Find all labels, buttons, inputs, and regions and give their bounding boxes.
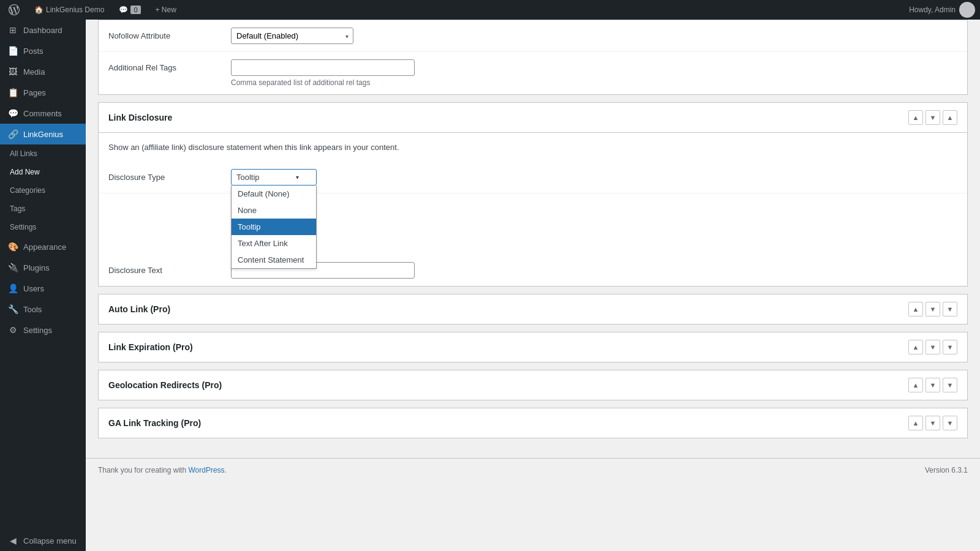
disclosure-option-none[interactable]: None bbox=[232, 202, 316, 219]
link-expiration-header: Link Expiration (Pro) ▲ ▼ ▼ bbox=[99, 332, 967, 362]
sidebar-item-label-plugins: Plugins bbox=[23, 263, 50, 272]
sidebar-item-settings[interactable]: Settings bbox=[0, 218, 86, 236]
disclosure-type-trigger[interactable]: Tooltip ▾ bbox=[231, 169, 317, 186]
sidebar-item-label-categories: Categories bbox=[10, 186, 45, 195]
nofollow-select[interactable]: Default (Enabled) Enabled Disabled bbox=[231, 28, 353, 44]
link-disclosure-title: Link Disclosure bbox=[108, 113, 172, 122]
additional-rel-row: Additional Rel Tags Comma separated list… bbox=[99, 52, 967, 94]
link-disclosure-desc: Show an (affiliate link) disclosure stat… bbox=[99, 133, 967, 152]
disclosure-text-field bbox=[231, 262, 957, 279]
sidebar-item-label-alllinks: All Links bbox=[10, 149, 37, 158]
disclosure-type-row: Disclosure Type Tooltip ▾ Default (None) bbox=[99, 162, 967, 193]
link-disclosure-down-btn[interactable]: ▼ bbox=[925, 110, 940, 125]
comments-icon: 💬 bbox=[7, 108, 18, 119]
nofollow-panel: Nofollow Attribute Default (Enabled) Ena… bbox=[98, 20, 968, 95]
auto-link-header: Auto Link (Pro) ▲ ▼ ▼ bbox=[99, 294, 967, 324]
sidebar-item-label-posts: Posts bbox=[23, 47, 43, 56]
link-disclosure-body: Show an (affiliate link) disclosure stat… bbox=[99, 133, 967, 286]
comment-icon: 💬 bbox=[119, 6, 128, 14]
site-name-icon: 🏠 bbox=[34, 6, 43, 14]
disclosure-type-field: Tooltip ▾ Default (None) None Tooltip Te… bbox=[231, 169, 957, 186]
ga-tracking-header: GA Link Tracking (Pro) ▲ ▼ ▼ bbox=[99, 408, 967, 438]
auto-link-up-btn[interactable]: ▲ bbox=[908, 302, 923, 317]
wp-logo-icon bbox=[9, 4, 20, 15]
admin-bar-new[interactable]: + New bbox=[152, 0, 180, 20]
settings2-icon: ⚙ bbox=[7, 324, 18, 335]
ga-tracking-controls: ▲ ▼ ▼ bbox=[908, 416, 957, 430]
pages-icon: 📋 bbox=[7, 87, 18, 98]
sidebar-item-label-addnew: Add New bbox=[10, 168, 40, 176]
link-disclosure-header: Link Disclosure ▲ ▼ ▲ bbox=[99, 103, 967, 133]
sidebar-item-users[interactable]: 👤 Users bbox=[0, 278, 86, 299]
plugins-icon: 🔌 bbox=[7, 262, 18, 273]
sidebar-item-settings2[interactable]: ⚙ Settings bbox=[0, 320, 86, 340]
sidebar-item-media[interactable]: 🖼 Media bbox=[0, 61, 86, 82]
users-icon: 👤 bbox=[7, 283, 18, 294]
sidebar-item-categories[interactable]: Categories bbox=[0, 181, 86, 200]
nofollow-select-wrapper: Default (Enabled) Enabled Disabled ▾ bbox=[231, 28, 353, 44]
disclosure-option-text-after[interactable]: Text After Link bbox=[232, 235, 316, 252]
layout: ⊞ Dashboard 📄 Posts 🖼 Media 📋 Pages 💬 Co… bbox=[0, 20, 980, 551]
disclosure-type-label: Disclosure Type bbox=[108, 169, 231, 182]
admin-bar-wp-logo[interactable] bbox=[5, 0, 23, 20]
sidebar-item-plugins[interactable]: 🔌 Plugins bbox=[0, 257, 86, 278]
sidebar-item-tags[interactable]: Tags bbox=[0, 200, 86, 218]
ga-tracking-down-btn[interactable]: ▼ bbox=[925, 416, 940, 430]
content-area: Nofollow Attribute Default (Enabled) Ena… bbox=[86, 20, 980, 458]
sidebar-item-linkgenius[interactable]: 🔗 LinkGenius bbox=[0, 124, 86, 144]
auto-link-title: Auto Link (Pro) bbox=[108, 304, 170, 314]
disclosure-option-default[interactable]: Default (None) bbox=[232, 186, 316, 202]
admin-bar-comments[interactable]: 💬 0 bbox=[115, 0, 144, 20]
sidebar-item-appearance[interactable]: 🎨 Appearance bbox=[0, 236, 86, 257]
sidebar-item-pages[interactable]: 📋 Pages bbox=[0, 82, 86, 103]
admin-bar: 🏠 LinkGenius Demo 💬 0 + New Howdy, Admin bbox=[0, 0, 980, 20]
wp-footer: Thank you for creating with WordPress. V… bbox=[86, 458, 980, 482]
auto-link-toggle-btn[interactable]: ▼ bbox=[943, 302, 957, 317]
additional-rel-input[interactable] bbox=[231, 59, 415, 76]
disclosure-option-content-statement[interactable]: Content Statement bbox=[232, 252, 316, 268]
link-expiration-panel: Link Expiration (Pro) ▲ ▼ ▼ bbox=[98, 332, 968, 362]
ga-tracking-up-btn[interactable]: ▲ bbox=[908, 416, 923, 430]
tools-icon: 🔧 bbox=[7, 304, 18, 315]
geolocation-up-btn[interactable]: ▲ bbox=[908, 378, 923, 392]
disclosure-option-tooltip[interactable]: Tooltip bbox=[232, 219, 316, 235]
sidebar-item-label-media: Media bbox=[23, 67, 45, 77]
geolocation-toggle-btn[interactable]: ▼ bbox=[943, 378, 957, 392]
sidebar-item-addnew[interactable]: Add New bbox=[0, 163, 86, 181]
geolocation-down-btn[interactable]: ▼ bbox=[925, 378, 940, 392]
sidebar-item-label-settings: Settings bbox=[10, 223, 36, 231]
link-expiration-toggle-btn[interactable]: ▼ bbox=[943, 340, 957, 354]
sidebar-item-label-comments: Comments bbox=[23, 109, 62, 118]
sidebar-item-collapse[interactable]: ◀ Collapse menu bbox=[0, 530, 86, 551]
sidebar-item-comments[interactable]: 💬 Comments bbox=[0, 103, 86, 124]
admin-bar-site-name[interactable]: 🏠 LinkGenius Demo bbox=[31, 0, 108, 20]
sidebar-item-dashboard[interactable]: ⊞ Dashboard bbox=[0, 20, 86, 40]
collapse-label: Collapse menu bbox=[23, 536, 77, 545]
disclosure-text-label: Disclosure Text bbox=[108, 262, 231, 275]
auto-link-controls: ▲ ▼ ▼ bbox=[908, 302, 957, 317]
admin-bar-left: 🏠 LinkGenius Demo 💬 0 + New bbox=[5, 0, 907, 20]
admin-bar-right: Howdy, Admin bbox=[909, 2, 975, 18]
sidebar-item-tools[interactable]: 🔧 Tools bbox=[0, 299, 86, 320]
admin-avatar[interactable] bbox=[959, 2, 975, 18]
link-expiration-down-btn[interactable]: ▼ bbox=[925, 340, 940, 354]
appearance-icon: 🎨 bbox=[7, 241, 18, 252]
link-expiration-up-btn[interactable]: ▲ bbox=[908, 340, 923, 354]
footer-version: Version 6.3.1 bbox=[925, 466, 968, 474]
sidebar-item-label-settings2: Settings bbox=[23, 326, 52, 335]
link-disclosure-up-btn[interactable]: ▲ bbox=[908, 110, 923, 125]
sidebar-item-label-dashboard: Dashboard bbox=[23, 26, 62, 35]
sidebar-item-posts[interactable]: 📄 Posts bbox=[0, 40, 86, 61]
howdy-label: Howdy, Admin bbox=[909, 6, 956, 14]
geolocation-controls: ▲ ▼ ▼ bbox=[908, 378, 957, 392]
link-disclosure-toggle-btn[interactable]: ▲ bbox=[943, 110, 957, 125]
footer-wordpress-link[interactable]: WordPress bbox=[188, 466, 224, 474]
ga-tracking-panel: GA Link Tracking (Pro) ▲ ▼ ▼ bbox=[98, 408, 968, 438]
geolocation-panel: Geolocation Redirects (Pro) ▲ ▼ ▼ bbox=[98, 370, 968, 400]
sidebar-item-label-appearance: Appearance bbox=[23, 242, 66, 252]
sidebar-item-alllinks[interactable]: All Links bbox=[0, 144, 86, 163]
new-item-label: + New bbox=[156, 6, 176, 14]
ga-tracking-toggle-btn[interactable]: ▼ bbox=[943, 416, 957, 430]
additional-rel-hint: Comma separated list of additional rel t… bbox=[231, 78, 957, 87]
auto-link-down-btn[interactable]: ▼ bbox=[925, 302, 940, 317]
